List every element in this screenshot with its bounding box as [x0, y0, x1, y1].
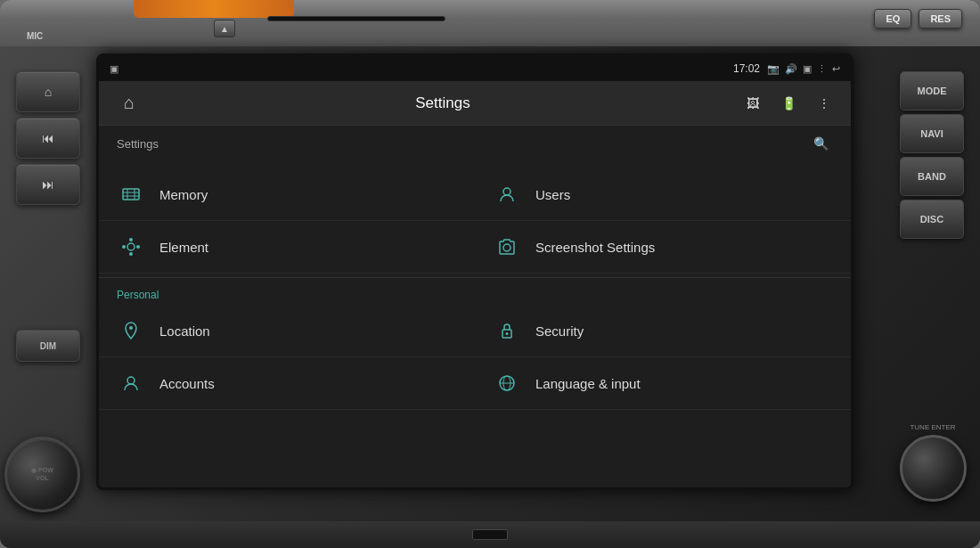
accounts-item[interactable]: Accounts — [99, 357, 475, 410]
svg-rect-0 — [123, 189, 139, 200]
screen-status-icon: ▣ — [803, 63, 812, 75]
home-hw-button[interactable]: ⌂ — [16, 71, 80, 112]
home-action-icon: ⌂ — [124, 93, 135, 113]
location-item[interactable]: Location — [99, 305, 475, 357]
security-item[interactable]: Security — [475, 305, 851, 357]
next-button[interactable]: ⏭ — [16, 164, 80, 205]
action-bar-title: Settings — [145, 94, 740, 112]
dim-button[interactable]: DIM — [16, 330, 80, 362]
memory-label: Memory — [159, 187, 208, 202]
battery-icon-btn[interactable]: 🔋 — [776, 91, 801, 116]
tune-enter-knob[interactable] — [900, 435, 967, 502]
right-col: Users Screenshot Settings — [475, 168, 851, 274]
screenshot-settings-item[interactable]: Screenshot Settings — [475, 221, 851, 274]
users-item[interactable]: Users — [475, 168, 851, 221]
home-hw-icon: ⌂ — [45, 85, 52, 99]
pow-vol-area: ◉ POWVOL — [4, 437, 89, 521]
accounts-icon — [117, 369, 145, 397]
accounts-label: Accounts — [159, 376, 215, 391]
photo-icon: 🖼 — [747, 96, 759, 110]
svg-point-13 — [127, 377, 135, 384]
settings-content: Memory — [99, 158, 851, 487]
more-vert-icon: ⋮ — [818, 96, 830, 110]
usb-port — [472, 529, 508, 540]
screenshot-settings-label: Screenshot Settings — [535, 240, 655, 255]
search-icon: 🔍 — [813, 136, 829, 151]
disc-slot — [267, 16, 445, 21]
settings-breadcrumb: Settings — [117, 137, 159, 151]
language-item[interactable]: Language & input — [475, 357, 851, 410]
svg-point-9 — [136, 245, 140, 249]
location-label: Location — [159, 323, 210, 339]
status-left: ▣ — [110, 63, 118, 75]
eq-button[interactable]: EQ — [874, 9, 911, 29]
svg-point-15 — [506, 332, 509, 335]
memory-icon — [117, 180, 145, 209]
prev-icon: ⏮ — [42, 131, 54, 145]
band-button[interactable]: BAND — [900, 157, 964, 196]
mic-label: MIC — [27, 31, 43, 41]
element-icon — [117, 233, 145, 261]
svg-point-12 — [129, 326, 133, 330]
volume-status-icon: 🔊 — [785, 63, 797, 75]
notification-icon-btn[interactable]: 🖼 — [740, 91, 765, 116]
car-unit: MIC ▲ EQ RES ⌂ ⏮ ⏭ DIM ◉ POWVOL MODE NAV… — [0, 0, 980, 548]
element-label: Element — [159, 240, 208, 255]
camera-status-icon: 📷 — [767, 63, 780, 75]
eject-button[interactable]: ▲ — [214, 20, 235, 37]
res-button[interactable]: RES — [919, 9, 962, 29]
more-status-icon: ⋮ — [817, 63, 827, 75]
memory-item[interactable]: Memory — [99, 168, 475, 221]
svg-point-11 — [503, 244, 510, 251]
status-right: 17:02 📷 🔊 ▣ ⋮ ↩ — [733, 62, 840, 75]
back-status-icon: ↩ — [832, 63, 840, 75]
svg-point-8 — [122, 245, 126, 249]
prev-button[interactable]: ⏮ — [16, 118, 80, 159]
users-label: Users — [535, 187, 570, 202]
more-icon-btn[interactable]: ⋮ — [812, 91, 837, 116]
disc-button[interactable]: DISC — [900, 200, 964, 239]
navi-button[interactable]: NAVI — [900, 114, 964, 153]
security-label: Security — [535, 323, 584, 339]
personal-section-label: Personal — [99, 282, 851, 305]
svg-point-6 — [129, 238, 133, 241]
dim-section: DIM — [16, 330, 80, 362]
action-bar-icons: 🖼 🔋 ⋮ — [740, 91, 837, 116]
orange-stripe — [134, 0, 294, 18]
status-icons-right: 📷 🔊 ▣ ⋮ ↩ — [767, 63, 840, 75]
pow-vol-label: ◉ POWVOL — [31, 467, 53, 482]
users-icon — [493, 180, 521, 209]
svg-point-10 — [503, 188, 510, 195]
pow-vol-knob[interactable]: ◉ POWVOL — [4, 437, 80, 512]
right-panel: MODE NAVI BAND DISC — [900, 71, 971, 239]
divider — [99, 277, 851, 278]
battery-icon: 🔋 — [781, 96, 796, 110]
personal-section: Location Accounts — [99, 305, 851, 410]
personal-left-col: Location Accounts — [99, 305, 475, 410]
screenshot-icon — [493, 233, 521, 261]
svg-point-7 — [129, 252, 133, 256]
android-screen: ▣ 17:02 📷 🔊 ▣ ⋮ ↩ ⌂ S — [99, 56, 851, 487]
top-right-buttons: EQ RES — [874, 9, 962, 29]
personal-right-col: Security Language & input — [475, 305, 851, 410]
location-icon — [117, 316, 145, 345]
status-bar: ▣ 17:02 📷 🔊 ▣ ⋮ ↩ — [99, 56, 851, 81]
tune-enter-label: TUNE ENTER — [910, 423, 955, 431]
next-icon: ⏭ — [42, 177, 54, 192]
signal-icon: ▣ — [110, 63, 118, 75]
device-section: Memory — [99, 168, 851, 274]
element-item[interactable]: Element — [99, 221, 475, 274]
left-panel: ⌂ ⏮ ⏭ — [16, 71, 87, 205]
search-button[interactable]: 🔍 — [808, 131, 833, 156]
settings-header-row: Settings 🔍 — [99, 126, 851, 158]
mode-button[interactable]: MODE — [900, 71, 964, 110]
svg-point-5 — [127, 243, 135, 250]
home-action-button[interactable]: ⌂ — [113, 87, 145, 119]
security-icon — [493, 316, 521, 345]
top-strip: MIC ▲ EQ RES — [0, 0, 980, 46]
language-icon — [493, 369, 521, 397]
language-label: Language & input — [535, 376, 641, 391]
left-col: Memory — [99, 168, 475, 274]
status-time: 17:02 — [733, 62, 760, 75]
screen-container: ▣ 17:02 📷 🔊 ▣ ⋮ ↩ ⌂ S — [96, 53, 853, 490]
